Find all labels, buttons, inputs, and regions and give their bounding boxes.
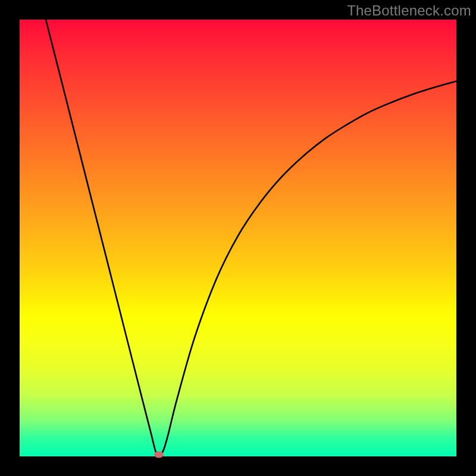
chart-curve <box>20 20 456 456</box>
plot-area <box>20 20 456 456</box>
min-marker <box>154 452 164 458</box>
watermark-text: TheBottleneck.com <box>347 2 471 19</box>
chart-frame: TheBottleneck.com <box>0 0 476 476</box>
